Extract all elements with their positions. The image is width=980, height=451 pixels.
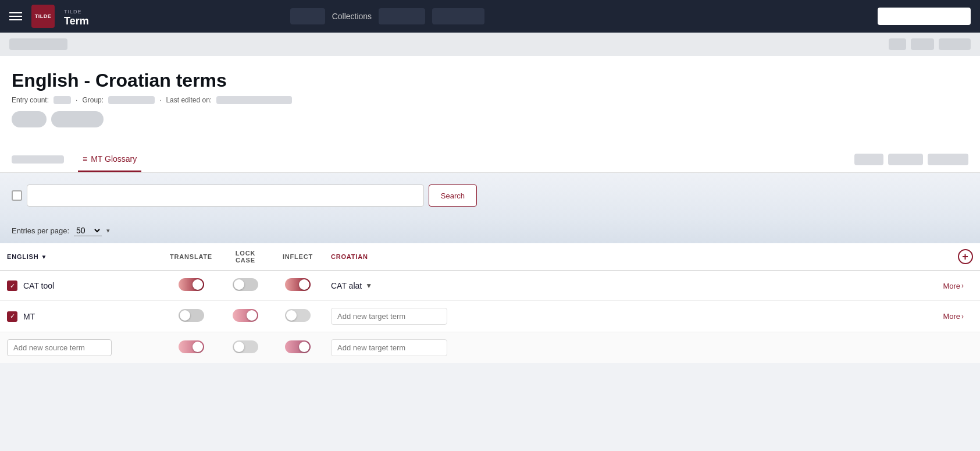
more-arrow-2: › xyxy=(961,312,964,321)
entries-chevron: ▾ xyxy=(106,227,110,235)
breadcrumb-action-1 xyxy=(889,38,906,50)
topnav: TILDE TILDE Term Collections xyxy=(0,0,980,33)
entries-per-page-row: Entries per page: 50 10 25 100 ▾ xyxy=(0,218,980,243)
breadcrumb-action-3 xyxy=(939,38,971,50)
lockcase-toggle-3[interactable] xyxy=(233,340,258,353)
entry-count-value xyxy=(54,96,71,104)
page-btn-2[interactable] xyxy=(51,111,104,127)
inflect-toggle-2[interactable] xyxy=(285,309,311,322)
brand-name: TILDE Term xyxy=(64,5,89,27)
translate-toggle-3[interactable] xyxy=(179,340,204,353)
source-term-cell-2: MT xyxy=(0,301,163,332)
tab-placeholder xyxy=(12,155,64,164)
search-input[interactable] xyxy=(27,184,424,207)
collections-label: Collections xyxy=(332,12,372,21)
breadcrumb-actions xyxy=(889,38,971,50)
lockcase-toggle-2[interactable] xyxy=(233,309,258,322)
more-link-2[interactable]: More › xyxy=(943,312,973,321)
group-label: Group: xyxy=(82,96,104,104)
english-sort-icon[interactable]: ▼ xyxy=(41,254,48,260)
search-section: Search xyxy=(0,173,980,218)
table-row xyxy=(0,332,980,364)
page-title: English - Croatian terms xyxy=(12,70,968,91)
lockcase-cell-3 xyxy=(219,332,272,364)
col-inflect-header: INFLECT xyxy=(272,243,324,271)
inflect-toggle-1[interactable] xyxy=(285,278,311,291)
breadcrumb-pill xyxy=(9,38,67,50)
inflect-cell-3 xyxy=(272,332,324,364)
tabs-right xyxy=(854,154,968,165)
translate-toggle-1[interactable] xyxy=(179,278,204,291)
search-row: Search xyxy=(12,184,477,207)
breadcrumb-action-2 xyxy=(911,38,934,50)
page-btn-1[interactable] xyxy=(12,111,47,127)
group-value xyxy=(108,96,155,104)
source-term-1: CAT tool xyxy=(23,281,54,290)
inflect-cell-1 xyxy=(272,271,324,301)
lockcase-cell-1 xyxy=(219,271,272,301)
row-checkbox-1[interactable] xyxy=(7,280,17,291)
page-meta: Entry count: · Group: · Last edited on: xyxy=(12,96,968,104)
glossary-table: ENGLISH ▼ TRANSLATE LOCK CASE INFLECT CR… xyxy=(0,243,980,363)
target-term-1: CAT alat ▼ xyxy=(331,281,372,290)
source-term-2: MT xyxy=(23,312,35,321)
last-edited-value xyxy=(216,96,292,104)
tab-mt-glossary[interactable]: ≡ MT Glossary xyxy=(78,146,141,172)
search-checkbox[interactable] xyxy=(12,190,22,201)
page-content: English - Croatian terms Entry count: · … xyxy=(0,56,980,146)
entry-count-label: Entry count: xyxy=(12,96,49,104)
add-entry-button[interactable]: + xyxy=(958,249,973,264)
nav-pill-3 xyxy=(432,8,484,24)
source-term-cell-3 xyxy=(0,332,163,364)
page-buttons xyxy=(12,111,968,127)
entries-label: Entries per page: xyxy=(12,226,69,235)
translate-toggle-2[interactable] xyxy=(179,309,204,322)
tabs-bar: ≡ MT Glossary xyxy=(0,146,980,173)
translate-cell-1 xyxy=(163,271,219,301)
col-lockcase-header: LOCK CASE xyxy=(219,243,272,271)
translate-cell-2 xyxy=(163,301,219,332)
target-cell-1: CAT alat ▼ More › xyxy=(324,271,980,301)
logo: TILDE xyxy=(31,5,55,28)
col-english-header: ENGLISH ▼ xyxy=(0,243,163,271)
col-croatian-header: CROATIAN + xyxy=(324,243,980,271)
topnav-search[interactable] xyxy=(878,8,971,25)
source-term-cell: CAT tool xyxy=(0,271,163,301)
lockcase-toggle-1[interactable] xyxy=(233,278,258,291)
table-row: MT xyxy=(0,301,980,332)
inflect-toggle-3[interactable] xyxy=(285,340,311,353)
col-translate-header: TRANSLATE xyxy=(163,243,219,271)
tab-right-pill-1 xyxy=(854,154,883,165)
add-source-term[interactable] xyxy=(7,339,112,356)
more-link-1[interactable]: More › xyxy=(943,282,973,290)
target-cell-2: More › xyxy=(324,301,980,332)
tab-right-pill-3 xyxy=(928,154,968,165)
add-target-term-2[interactable] xyxy=(331,308,447,325)
tab-icon: ≡ xyxy=(83,154,87,164)
add-target-term-3[interactable] xyxy=(331,339,447,356)
tab-right-pill-2 xyxy=(888,154,923,165)
nav-pill-2 xyxy=(379,8,425,24)
translate-cell-3 xyxy=(163,332,219,364)
row-checkbox-2[interactable] xyxy=(7,311,17,322)
topnav-center: Collections xyxy=(290,8,484,24)
hamburger-menu[interactable] xyxy=(9,12,22,20)
last-edited-label: Last edited on: xyxy=(166,96,212,104)
tab-label: MT Glossary xyxy=(91,154,137,164)
lockcase-cell-2 xyxy=(219,301,272,332)
target-dropdown-1[interactable]: ▼ xyxy=(365,282,372,290)
breadcrumb-bar xyxy=(0,33,980,56)
nav-pill-1 xyxy=(290,8,325,24)
entries-select[interactable]: 50 10 25 100 xyxy=(74,225,102,236)
inflect-cell-2 xyxy=(272,301,324,332)
target-cell-3 xyxy=(324,332,980,364)
search-button[interactable]: Search xyxy=(429,184,477,207)
table-row: CAT tool xyxy=(0,271,980,301)
more-arrow-1: › xyxy=(961,282,964,290)
